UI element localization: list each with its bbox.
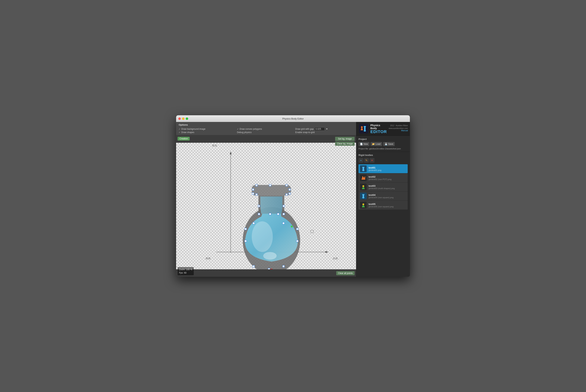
svg-rect-31 [283, 222, 284, 224]
svg-point-38 [361, 126, 363, 128]
option-snap-to-grid[interactable]: Enable snap-to-grid [295, 131, 354, 134]
window-title: Physics Body Editor [282, 117, 304, 120]
brand-right: 2012 · Aurelien Ribon www.aurelienribon.… [389, 124, 408, 132]
label-debug-physics: Debug physics [237, 131, 252, 134]
svg-point-48 [362, 185, 364, 187]
body-icon-test05 [360, 202, 367, 208]
rigid-toolbar: + ✎ ✕ [359, 158, 408, 163]
body-name-test05: test05 [369, 203, 406, 206]
check-draw-convex: ✓ [237, 128, 239, 130]
body-icon-test01 [360, 166, 367, 172]
svg-rect-11 [252, 188, 254, 190]
grid-gap-input[interactable] [315, 127, 325, 131]
file-path: gdx/box2d-editor-2/assets/test.json [369, 148, 401, 150]
svg-rect-35 [311, 230, 313, 233]
svg-point-6 [252, 222, 273, 252]
svg-rect-22 [277, 213, 279, 215]
new-button[interactable]: 📄 New [359, 142, 369, 146]
new-icon: 📄 [360, 143, 363, 145]
right-panel: Physics Body EDITOR 2012 · Aurelien Ribo… [356, 122, 410, 277]
svg-rect-40 [364, 127, 366, 130]
minimize-button[interactable] [182, 118, 184, 120]
brand-website: www.aurelienribon.com [389, 127, 408, 129]
body-icon-test02 [360, 174, 367, 181]
svg-rect-9 [269, 184, 271, 186]
svg-rect-12 [252, 193, 254, 194]
body-name-test02: test02 [369, 176, 406, 178]
canvas-svg[interactable] [176, 143, 356, 269]
save-label: Save [388, 143, 393, 145]
svg-rect-27 [253, 266, 255, 267]
delete-body-button[interactable]: ✕ [370, 158, 374, 163]
project-title: Project [359, 138, 408, 140]
svg-rect-30 [253, 222, 255, 224]
body-item-test05[interactable]: test05 gfx/test05 (non square).png [359, 201, 408, 210]
maximize-button[interactable] [186, 118, 188, 120]
rigid-bodies-section: Rigid bodies + ✎ ✕ [356, 152, 410, 277]
option-debug-physics[interactable]: Debug physics [237, 131, 295, 134]
body-path-test01: gfx/test01.png [369, 169, 406, 171]
canvas-area[interactable]: Creation Set bg. image Clear bg. image (… [176, 135, 356, 277]
svg-rect-29 [283, 266, 284, 267]
rigid-bodies-title: Rigid bodies [359, 154, 408, 156]
app-icon [359, 124, 369, 134]
option-draw-shapes[interactable]: ✓ Draw shapes [179, 131, 237, 134]
option-draw-grid[interactable]: Draw grid with gap ▼ [295, 127, 354, 131]
check-draw-shapes: ✓ [179, 131, 180, 134]
svg-rect-14 [289, 193, 291, 194]
body-item-test03[interactable]: test03 gfx/test03 (multi shapes).png [359, 182, 408, 191]
zoom-level: Zoom: 100 % [179, 268, 192, 271]
grid-gap-arrow[interactable]: ▼ [326, 128, 328, 130]
set-bg-image-button[interactable]: Set bg. image [335, 137, 355, 141]
add-body-button[interactable]: + [359, 158, 363, 163]
svg-rect-21 [269, 213, 271, 215]
svg-rect-19 [283, 205, 285, 207]
body-icon-test04 [360, 193, 367, 199]
edit-body-button[interactable]: ✎ [364, 158, 369, 163]
svg-rect-16 [286, 194, 287, 196]
svg-rect-13 [289, 188, 291, 190]
options-grid: ✓ Draw background image ✓ Draw convex po… [179, 127, 354, 134]
svg-rect-50 [362, 194, 364, 195]
save-icon: 💾 [385, 143, 387, 145]
option-draw-convex[interactable]: ✓ Draw convex polygons [237, 127, 295, 131]
svg-rect-37 [359, 124, 369, 134]
clear-bg-image-button[interactable]: Clear bg. image [335, 142, 355, 146]
clear-all-points-button[interactable]: Clear all points [336, 271, 355, 275]
body-info-test05: test05 gfx/test05 (non square).png [369, 203, 406, 208]
project-file: Project file: gdx/box2d-editor-2/assets/… [359, 148, 408, 150]
label-draw-bg: Draw background image [181, 128, 205, 130]
fps-counter: Fps: 60 [179, 271, 192, 274]
main-layout: Options ✓ Draw background image ✓ Draw c… [176, 122, 410, 277]
label-draw-convex: Draw convex polygons [240, 128, 262, 130]
body-path-test03: gfx/test03 (multi shapes).png [369, 187, 406, 190]
svg-rect-23 [245, 228, 246, 230]
project-section: Project 📄 New 📂 Load 💾 Save [356, 136, 410, 152]
body-item-test02[interactable]: test02 gfx/test02 (non POT).png [359, 173, 408, 182]
svg-rect-10 [286, 184, 287, 186]
main-window: Physics Body Editor Options ✓ Draw backg… [176, 115, 410, 277]
brand-year: 2012 · Aurelien Ribon [389, 124, 408, 126]
canvas-viewport[interactable]: (0,1) (0,0) (1,0) [176, 143, 356, 269]
close-button[interactable] [178, 118, 181, 120]
svg-point-7 [263, 252, 277, 260]
svg-rect-17 [258, 205, 260, 207]
save-button[interactable]: 💾 Save [383, 142, 395, 146]
option-draw-bg[interactable]: ✓ Draw background image [179, 127, 237, 131]
svg-rect-39 [364, 126, 366, 127]
branding: Physics Body EDITOR 2012 · Aurelien Ribo… [356, 122, 410, 136]
project-buttons: 📄 New 📂 Load 💾 Save [359, 142, 408, 146]
brand-text: Physics Body EDITOR [370, 124, 387, 134]
label-snap-to-grid: Enable snap-to-grid [295, 131, 315, 134]
svg-rect-15 [256, 194, 257, 196]
file-label: Project file: [359, 148, 369, 150]
body-item-test01[interactable]: test01 gfx/test01.png [359, 164, 408, 173]
svg-marker-2 [325, 251, 328, 253]
load-button[interactable]: 📂 Load [371, 142, 382, 146]
body-item-test04[interactable]: test04 gfx/test04 (non square).png [359, 192, 408, 200]
brand-physics-label: Physics Body [370, 124, 387, 130]
svg-rect-25 [296, 228, 298, 230]
body-info-test03: test03 gfx/test03 (multi shapes).png [369, 184, 406, 190]
manual-link[interactable]: Manual [389, 129, 408, 132]
body-path-test05: gfx/test05 (non square).png [369, 206, 406, 208]
